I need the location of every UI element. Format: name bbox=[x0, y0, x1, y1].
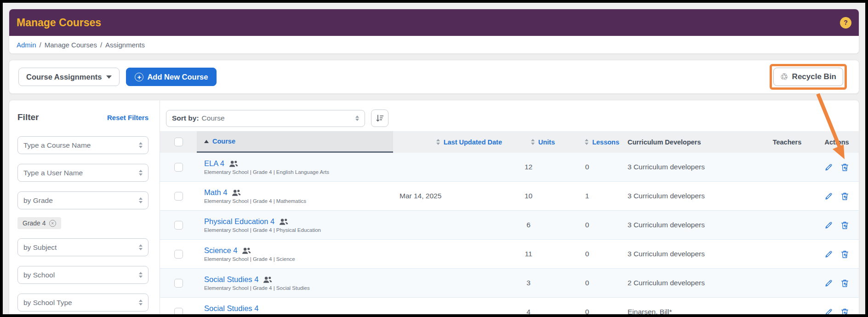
recycle-bin-button[interactable]: ♲ Recycle Bin bbox=[773, 68, 843, 86]
course-link[interactable]: Social Studies 4 bbox=[204, 304, 258, 313]
title-bar: Manage Courses ? bbox=[9, 9, 859, 36]
page-title: Manage Courses bbox=[17, 17, 101, 29]
breadcrumb: Admin / Manage Courses / Assignments bbox=[9, 36, 859, 53]
column-header-lessons[interactable]: Lessons bbox=[555, 131, 619, 153]
column-header-teachers-label: Teachers bbox=[773, 138, 802, 146]
course-link[interactable]: Physical Education 4 bbox=[204, 217, 274, 226]
view-dropdown[interactable]: Course Assignments bbox=[18, 68, 120, 86]
help-icon[interactable]: ? bbox=[840, 17, 851, 29]
pencil-icon bbox=[824, 250, 833, 259]
trash-restore-icon bbox=[840, 163, 849, 172]
course-name-filter[interactable]: Type a Course Name bbox=[17, 136, 148, 154]
sort-by-label: Sort by: bbox=[172, 114, 199, 122]
trash-restore-icon bbox=[840, 308, 849, 317]
row-checkbox[interactable] bbox=[174, 250, 183, 259]
grade-filter[interactable]: by Grade bbox=[17, 191, 148, 209]
course-link[interactable]: Social Studies 4 bbox=[204, 275, 258, 284]
people-icon bbox=[231, 189, 241, 197]
course-link[interactable]: ELA 4 bbox=[204, 159, 224, 168]
column-header-curriculum-developers-label: Curriculum Developers bbox=[628, 138, 701, 146]
toolbar: Course Assignments + Add New Course ♲ Re… bbox=[9, 60, 859, 94]
units-cell: 4 bbox=[502, 298, 555, 317]
remove-chip-icon[interactable]: × bbox=[49, 220, 56, 227]
select-all-checkbox[interactable] bbox=[174, 138, 183, 146]
table-row: Social Studies 4 Elementary School | Gra… bbox=[160, 269, 859, 298]
last-updated-cell bbox=[393, 269, 502, 297]
recycle-course-button[interactable] bbox=[840, 279, 849, 288]
people-icon bbox=[279, 218, 288, 226]
recycle-course-button[interactable] bbox=[840, 163, 849, 172]
people-icon bbox=[228, 160, 238, 168]
sort-by-select[interactable]: Sort by: Course bbox=[166, 110, 365, 127]
updown-icon bbox=[139, 170, 143, 176]
add-new-course-label: Add New Course bbox=[147, 73, 208, 81]
reset-filters-link[interactable]: Reset Filters bbox=[107, 114, 148, 121]
recycle-course-button[interactable] bbox=[840, 221, 849, 230]
row-checkbox[interactable] bbox=[174, 163, 183, 172]
breadcrumb-separator: / bbox=[100, 41, 102, 49]
edit-course-button[interactable] bbox=[824, 279, 833, 288]
column-header-course-label: Course bbox=[212, 138, 235, 145]
last-updated-cell bbox=[393, 211, 502, 239]
breadcrumb-separator: / bbox=[40, 41, 41, 49]
updown-icon bbox=[139, 272, 143, 278]
edit-course-button[interactable] bbox=[824, 163, 833, 172]
lessons-cell: 0 bbox=[555, 298, 619, 317]
teachers-cell bbox=[760, 269, 815, 297]
recycle-course-button[interactable] bbox=[840, 308, 849, 317]
course-link[interactable]: Science 4 bbox=[204, 246, 237, 255]
app-window: Manage Courses ? Admin / Manage Courses … bbox=[0, 0, 868, 317]
trash-restore-icon bbox=[840, 250, 849, 259]
grade-filter-placeholder: by Grade bbox=[23, 196, 53, 205]
trash-restore-icon bbox=[840, 279, 849, 288]
subject-filter[interactable]: by Subject bbox=[17, 238, 148, 256]
course-subtitle: Elementary School | Grade 4 | English La… bbox=[204, 169, 329, 175]
units-cell: 10 bbox=[502, 182, 555, 210]
lessons-cell: 0 bbox=[555, 269, 619, 297]
edit-course-button[interactable] bbox=[824, 192, 833, 201]
recycle-course-button[interactable] bbox=[840, 250, 849, 259]
table-body: ELA 4 Elementary School | Grade 4 | Engl… bbox=[160, 153, 859, 317]
sort-direction-button[interactable] bbox=[371, 110, 388, 127]
course-link[interactable]: Math 4 bbox=[204, 188, 227, 197]
school-filter-placeholder: by School bbox=[23, 271, 55, 279]
course-subtitle: Elementary School | Grade 4 | Physical E… bbox=[204, 227, 321, 233]
column-header-course[interactable]: Course bbox=[197, 131, 393, 153]
row-checkbox[interactable] bbox=[174, 308, 183, 317]
recycle-course-button[interactable] bbox=[840, 192, 849, 201]
row-checkbox[interactable] bbox=[174, 279, 183, 288]
breadcrumb-assignments: Assignments bbox=[105, 41, 145, 49]
edit-course-button[interactable] bbox=[824, 221, 833, 230]
user-name-filter[interactable]: Type a User Name bbox=[17, 164, 148, 182]
edit-course-button[interactable] bbox=[824, 250, 833, 259]
row-checkbox[interactable] bbox=[174, 192, 183, 201]
pencil-icon bbox=[824, 221, 833, 230]
units-cell: 11 bbox=[502, 240, 555, 268]
last-updated-cell bbox=[393, 240, 502, 268]
updown-icon bbox=[355, 115, 359, 121]
trash-restore-icon bbox=[840, 192, 849, 201]
plus-circle-icon: + bbox=[135, 73, 143, 81]
updown-icon bbox=[139, 244, 143, 250]
teachers-cell bbox=[760, 211, 815, 239]
units-cell: 12 bbox=[502, 153, 555, 181]
row-checkbox[interactable] bbox=[174, 221, 183, 230]
recycle-bin-wrap: ♲ Recycle Bin bbox=[773, 68, 843, 86]
subject-filter-placeholder: by Subject bbox=[23, 243, 57, 252]
teachers-cell bbox=[760, 153, 815, 181]
updown-icon bbox=[585, 139, 588, 145]
add-new-course-button[interactable]: + Add New Course bbox=[126, 68, 217, 86]
lessons-cell: 0 bbox=[555, 153, 619, 181]
column-header-units[interactable]: Units bbox=[502, 131, 555, 153]
school-type-filter[interactable]: by School Type bbox=[17, 294, 148, 311]
sort-descending-icon bbox=[375, 114, 384, 123]
school-filter[interactable]: by School bbox=[17, 266, 148, 284]
column-header-actions: Actions bbox=[815, 131, 859, 153]
filter-panel: Filter Reset Filters Type a Course Name … bbox=[9, 100, 160, 317]
column-header-last-updated[interactable]: Last Updated Date bbox=[393, 131, 502, 153]
people-icon bbox=[263, 276, 272, 284]
pencil-icon bbox=[824, 192, 833, 201]
edit-course-button[interactable] bbox=[824, 308, 833, 317]
lessons-cell: 0 bbox=[555, 240, 619, 268]
breadcrumb-admin-link[interactable]: Admin bbox=[17, 41, 36, 49]
